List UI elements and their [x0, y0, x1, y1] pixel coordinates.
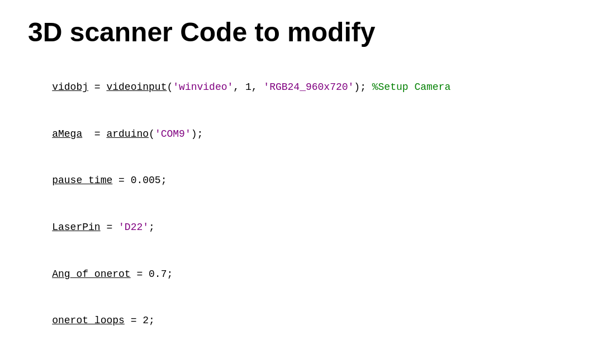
code-line-6: onerot_loops = 2;: [28, 298, 584, 344]
code-block: vidobj = videoinput('winvideo', 1, 'RGB2…: [28, 64, 584, 364]
fn-arduino: arduino: [106, 128, 149, 140]
code-line-2: aMega = arduino('COM9');: [28, 111, 584, 158]
str-com9: 'COM9': [155, 128, 191, 140]
var-amega: aMega: [52, 128, 82, 140]
empty-line-1: [28, 344, 584, 360]
str-rgb24: 'RGB24_960x720': [263, 82, 354, 93]
code-line-3: pause_time = 0.005;: [28, 157, 584, 204]
code-line-1: vidobj = videoinput('winvideo', 1, 'RGB2…: [28, 64, 584, 111]
str-winvideo: 'winvideo': [173, 82, 233, 93]
var-pause-time: pause_time: [52, 175, 112, 186]
var-laserpin: LaserPin: [52, 222, 100, 233]
var-onerot-loops: onerot_loops: [52, 315, 125, 326]
code-line-4: LaserPin = 'D22';: [28, 204, 584, 251]
comment-setup-camera: %Setup Camera: [372, 82, 450, 93]
page-title: 3D scanner Code to modify: [28, 17, 584, 47]
var-vidobj: vidobj: [52, 82, 88, 93]
code-line-8: pic1 = getsnapshot(vidobj);: [28, 360, 584, 364]
fn-videoinput: videoinput: [106, 82, 167, 93]
var-ang-of-onerot: Ang_of_onerot: [52, 269, 130, 280]
str-d22: 'D22': [118, 222, 149, 233]
code-line-5: Ang_of_onerot = 0.7;: [28, 251, 584, 298]
